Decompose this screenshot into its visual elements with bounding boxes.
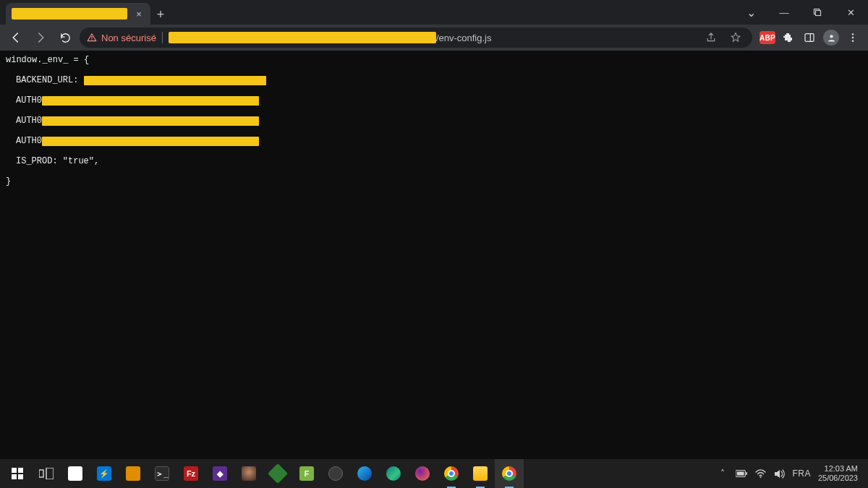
new-tab-button[interactable]: + — [150, 4, 171, 25]
code-line-1: window._env_ = { — [6, 55, 89, 65]
source-code[interactable]: window._env_ = { BACKEND_URL: AUTH0 AUTH… — [6, 55, 862, 187]
app-icon: F — [299, 466, 314, 481]
edge-icon — [386, 466, 401, 481]
bookmark-button[interactable] — [726, 28, 745, 47]
svg-point-7 — [852, 33, 854, 35]
task-view-button[interactable] — [32, 459, 61, 488]
address-bar[interactable]: Non sécurisé /env-config.js — [80, 27, 752, 48]
chrome-menu-button[interactable] — [843, 28, 862, 47]
taskbar-app-chrome-1[interactable] — [437, 459, 466, 488]
app-icon — [268, 463, 288, 484]
svg-rect-1 — [816, 11, 821, 16]
taskbar-app-chrome-2[interactable] — [495, 459, 524, 488]
redacted-value — [42, 116, 259, 126]
svg-rect-17 — [737, 471, 744, 475]
code-key-auth0-3: AUTH0 — [16, 136, 42, 146]
code-line-isprod: IS_PROD: "true", — [16, 156, 99, 166]
svg-point-3 — [91, 39, 92, 40]
forward-button[interactable] — [30, 27, 51, 48]
firefox-icon — [415, 466, 430, 481]
tray-overflow-button[interactable]: ˄ — [717, 468, 728, 479]
svg-point-6 — [830, 35, 833, 38]
taskbar-app-1[interactable]: ⚡ — [90, 459, 119, 488]
task-view-icon — [39, 468, 54, 479]
chrome-icon — [502, 466, 516, 481]
start-button[interactable] — [3, 459, 32, 488]
tab-close-button[interactable]: × — [133, 8, 145, 20]
thunderbird-icon — [357, 466, 372, 481]
redacted-value — [42, 96, 259, 106]
code-line-end: } — [6, 176, 11, 187]
taskbar-app-2[interactable] — [119, 459, 148, 488]
battery-icon[interactable] — [736, 468, 747, 479]
svg-rect-14 — [39, 470, 43, 477]
clock[interactable]: 12:03 AM 25/06/2023 — [818, 464, 858, 483]
taskbar-app-5[interactable]: F — [292, 459, 321, 488]
windows-icon — [12, 468, 23, 479]
redacted-value — [42, 137, 259, 146]
avatar-icon — [823, 30, 839, 46]
volume-icon[interactable] — [773, 468, 785, 479]
clock-time: 12:03 AM — [818, 464, 858, 474]
not-secure-indicator[interactable]: Non sécurisé — [87, 33, 156, 43]
svg-point-8 — [852, 37, 854, 38]
language-indicator[interactable]: FRA — [792, 468, 811, 479]
wifi-icon[interactable] — [754, 468, 766, 479]
svg-rect-12 — [12, 474, 17, 479]
svg-point-19 — [760, 476, 761, 478]
share-button[interactable] — [702, 28, 720, 47]
taskbar-app-firefox[interactable] — [408, 459, 437, 488]
chrome-icon — [444, 466, 459, 481]
side-panel-button[interactable] — [800, 28, 819, 47]
taskbar-app-terminal[interactable]: ＞_ — [148, 459, 176, 488]
reload-button[interactable] — [55, 27, 75, 48]
folder-icon — [473, 466, 488, 481]
abp-extension-icon[interactable]: ABP — [760, 31, 775, 44]
browser-tab[interactable]: × — [6, 3, 150, 25]
clock-date: 25/06/2023 — [818, 474, 858, 483]
svg-point-9 — [852, 40, 854, 41]
taskbar-app-visualstudio[interactable]: ◆ — [205, 459, 234, 488]
visualstudio-icon: ◆ — [213, 466, 227, 481]
window-maximize-button[interactable] — [801, 1, 833, 23]
code-key-backend-url: BACKEND_URL: — [16, 75, 78, 85]
taskbar-app-edge[interactable] — [379, 459, 408, 488]
svg-rect-10 — [12, 468, 17, 473]
window-close-button[interactable]: ✕ — [835, 1, 867, 23]
taskbar-app-filezilla[interactable]: Fz — [176, 459, 205, 488]
window-minimize-button[interactable]: — — [768, 1, 800, 23]
svg-rect-4 — [805, 34, 814, 42]
app-icon: ⚡ — [97, 466, 111, 481]
taskbar-app-explorer[interactable] — [466, 459, 495, 488]
taskbar-app-obs[interactable] — [321, 459, 350, 488]
extensions-button[interactable] — [778, 28, 797, 47]
url-host-redacted — [169, 32, 436, 43]
tab-search-button[interactable]: ⌄ — [735, 1, 767, 23]
url-display: /env-config.js — [169, 32, 696, 43]
svg-rect-13 — [18, 474, 23, 479]
browser-titlebar: × + ⌄ — ✕ — [0, 0, 868, 25]
window-controls: ⌄ — ✕ — [735, 0, 868, 25]
profile-button[interactable] — [822, 28, 841, 47]
toolbar-right: ABP — [760, 28, 862, 47]
app-icon — [126, 466, 140, 481]
svg-rect-18 — [746, 472, 748, 475]
browser-toolbar: Non sécurisé /env-config.js ABP — [0, 25, 868, 51]
windows-taskbar: ⚡ ＞_ Fz ◆ F ˄ FRA 12:03 AM 25/06/2023 — [0, 459, 868, 488]
code-key-auth0-1: AUTH0 — [16, 95, 42, 106]
url-path: /env-config.js — [436, 33, 492, 43]
code-key-auth0-2: AUTH0 — [16, 116, 42, 126]
warning-icon — [87, 33, 97, 43]
back-button[interactable] — [6, 27, 26, 48]
taskbar-app-thunderbird[interactable] — [350, 459, 379, 488]
redacted-value — [84, 76, 266, 85]
taskbar-app-4[interactable] — [263, 459, 292, 488]
filezilla-icon: Fz — [184, 466, 198, 481]
taskbar-app-notepad[interactable] — [61, 459, 90, 488]
svg-rect-15 — [46, 468, 54, 479]
document-icon — [68, 466, 82, 481]
page-content: window._env_ = { BACKEND_URL: AUTH0 AUTH… — [0, 51, 868, 459]
taskbar-app-3[interactable] — [234, 459, 263, 488]
terminal-icon: ＞_ — [155, 466, 169, 481]
system-tray: ˄ FRA 12:03 AM 25/06/2023 — [717, 464, 865, 483]
